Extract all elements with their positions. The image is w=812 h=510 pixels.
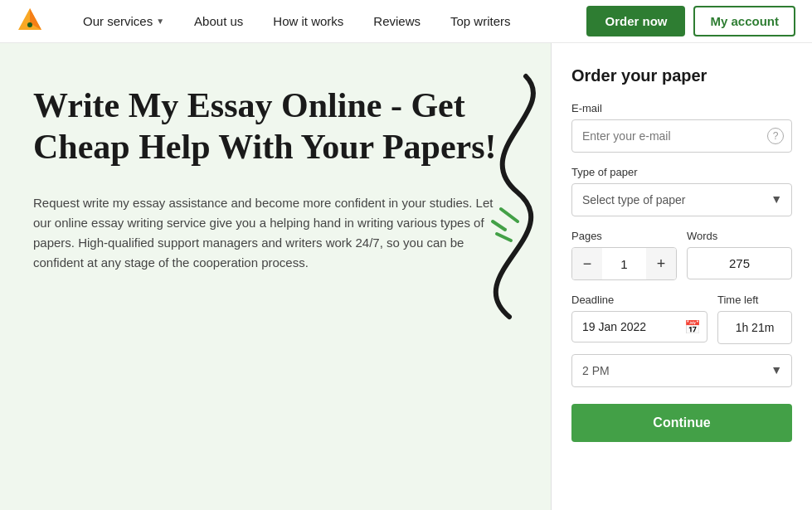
deadline-col: Deadline 📅 bbox=[571, 294, 707, 344]
email-field-wrapper: ? bbox=[571, 119, 792, 153]
paper-type-wrapper: Select type of paper Essay Research Pape… bbox=[571, 183, 792, 216]
timeleft-value: 1h 21m bbox=[717, 311, 792, 344]
words-col: Words 275 bbox=[687, 230, 792, 280]
svg-line-5 bbox=[497, 234, 511, 240]
pages-words-row: Pages − 1 + Words 275 bbox=[571, 230, 792, 280]
nav-item-about-us[interactable]: About us bbox=[179, 14, 258, 28]
hero-section: Write My Essay Online - Get Cheap Help W… bbox=[0, 43, 551, 510]
words-value: 275 bbox=[687, 247, 792, 279]
svg-line-3 bbox=[501, 209, 518, 221]
nav-item-reviews[interactable]: Reviews bbox=[358, 14, 435, 28]
time-select[interactable]: 2 PM 3 PM 4 PM bbox=[571, 354, 792, 387]
paper-type-select[interactable]: Select type of paper Essay Research Pape… bbox=[571, 183, 792, 216]
header: Our services ▼ About us How it works Rev… bbox=[0, 0, 812, 43]
pages-stepper: − 1 + bbox=[571, 247, 677, 280]
deadline-label: Deadline bbox=[571, 294, 707, 306]
header-buttons: Order now My account bbox=[586, 6, 795, 36]
timeleft-col: Time left 1h 21m bbox=[717, 294, 792, 344]
chevron-down-icon: ▼ bbox=[156, 17, 164, 26]
pages-decrement-button[interactable]: − bbox=[572, 248, 602, 279]
deadline-row: Deadline 📅 Time left 1h 21m bbox=[571, 294, 792, 344]
email-input[interactable] bbox=[571, 119, 792, 153]
email-label: E-mail bbox=[571, 102, 792, 114]
words-label: Words bbox=[687, 230, 792, 242]
nav-item-how-it-works[interactable]: How it works bbox=[258, 14, 358, 28]
deadline-input[interactable] bbox=[571, 311, 707, 342]
hero-title: Write My Essay Online - Get Cheap Help W… bbox=[33, 85, 518, 168]
svg-point-2 bbox=[27, 22, 32, 27]
my-account-button[interactable]: My account bbox=[693, 6, 795, 36]
pages-label: Pages bbox=[571, 230, 677, 242]
nav-item-top-writers[interactable]: Top writers bbox=[435, 14, 526, 28]
timeleft-label: Time left bbox=[717, 294, 792, 306]
paper-type-label: Type of paper bbox=[571, 166, 792, 178]
order-now-button[interactable]: Order now bbox=[586, 6, 685, 36]
pages-col: Pages − 1 + bbox=[571, 230, 677, 280]
panel-title: Order your paper bbox=[571, 66, 792, 85]
main-content: Write My Essay Online - Get Cheap Help W… bbox=[0, 43, 812, 510]
continue-button[interactable]: Continue bbox=[571, 404, 792, 442]
hero-description: Request write my essay assistance and be… bbox=[33, 193, 498, 273]
main-nav: Our services ▼ About us How it works Rev… bbox=[68, 14, 586, 28]
logo[interactable] bbox=[17, 7, 68, 36]
help-icon[interactable]: ? bbox=[767, 128, 784, 144]
date-input-wrapper: 📅 bbox=[571, 311, 707, 342]
pages-value: 1 bbox=[602, 250, 646, 278]
nav-item-our-services[interactable]: Our services ▼ bbox=[68, 14, 179, 28]
pages-increment-button[interactable]: + bbox=[646, 248, 676, 279]
order-panel: Order your paper E-mail ? Type of paper … bbox=[551, 43, 812, 510]
time-select-wrapper: 2 PM 3 PM 4 PM ▼ bbox=[571, 354, 792, 387]
